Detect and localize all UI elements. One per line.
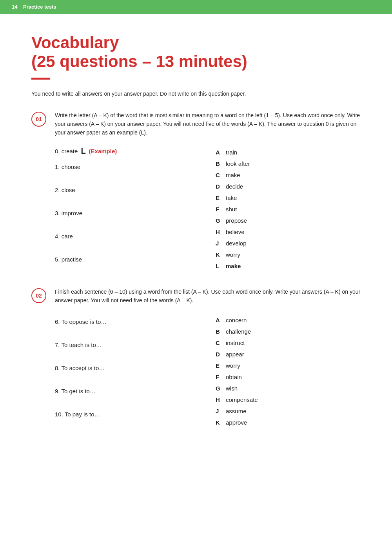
q1-answer-L: L make xyxy=(216,260,361,272)
q2-left-col: 6. To oppose is to… 7. To teach is to… 8… xyxy=(55,314,208,428)
q1-badge: 01 xyxy=(31,112,46,127)
q2-table: 6. To oppose is to… 7. To teach is to… 8… xyxy=(55,314,361,428)
question-02-block: 02 Finish each sentence (6 – 10) using a… xyxy=(31,287,361,428)
q2-word-10: 10. To pay is to… xyxy=(55,407,200,421)
q2-badge: 02 xyxy=(31,288,46,303)
q1-answer-C: C make xyxy=(216,169,361,181)
q1-answer-H: H believe xyxy=(216,226,361,238)
q1-word-5: 5. practise xyxy=(55,252,200,267)
q2-answer-B: B challenge xyxy=(216,326,361,337)
q1-left-col: 0. create L (Example) 1. choose 2. close… xyxy=(55,147,208,272)
q1-word-4: 4. care xyxy=(55,229,200,243)
q2-answer-C: C instruct xyxy=(216,337,361,349)
page-title: Vocabulary (25 questions – 13 minutes) xyxy=(31,33,361,71)
q2-answer-J: J assume xyxy=(216,405,361,417)
q2-answer-K: K approve xyxy=(216,417,361,428)
q1-table: 0. create L (Example) 1. choose 2. close… xyxy=(55,147,361,272)
q1-answer-K: K worry xyxy=(216,249,361,260)
q2-instruction: Finish each sentence (6 – 10) using a wo… xyxy=(55,287,361,305)
q1-answer-J: J develop xyxy=(216,238,361,249)
q2-content: Finish each sentence (6 – 10) using a wo… xyxy=(55,287,361,428)
q1-answer-F: F shut xyxy=(216,203,361,215)
q2-word-6: 6. To oppose is to… xyxy=(55,314,200,329)
q1-example-row: 0. create L (Example) xyxy=(55,147,200,160)
q1-content: Write the letter (A – K) of the word tha… xyxy=(55,111,361,272)
q1-answer-B: B look after xyxy=(216,158,361,169)
q1-instruction: Write the letter (A – K) of the word tha… xyxy=(55,111,361,137)
q2-answer-E: E worry xyxy=(216,360,361,371)
page-content: Vocabulary (25 questions – 13 minutes) Y… xyxy=(0,14,392,467)
q2-word-9: 9. To get is to… xyxy=(55,384,200,398)
q1-answer-G: G propose xyxy=(216,215,361,226)
q2-answer-G: G wish xyxy=(216,383,361,394)
q2-answer-D: D appear xyxy=(216,349,361,360)
q2-word-7: 7. To teach is to… xyxy=(55,338,200,352)
section-label: Practice tests xyxy=(23,4,56,10)
q1-word-3: 3. improve xyxy=(55,206,200,220)
q2-answer-A: A concern xyxy=(216,314,361,326)
q1-answer-A: A train xyxy=(216,147,361,158)
q2-answer-F: F obtain xyxy=(216,371,361,383)
title-underline xyxy=(31,78,50,80)
q1-word-2: 2. close xyxy=(55,183,200,197)
q1-right-col: A train B look after C make D decide xyxy=(208,147,361,272)
top-bar: 14 Practice tests xyxy=(0,0,392,14)
q2-word-8: 8. To accept is to… xyxy=(55,361,200,375)
question-01-block: 01 Write the letter (A – K) of the word … xyxy=(31,111,361,272)
q1-word-1: 1. choose xyxy=(55,160,200,174)
page-number: 14 xyxy=(12,4,17,10)
instructions-text: You need to write all answers on your an… xyxy=(31,91,361,97)
q2-answer-H: H compensate xyxy=(216,394,361,405)
q1-answer-E: E take xyxy=(216,192,361,203)
q1-answer-D: D decide xyxy=(216,181,361,192)
q2-right-col: A concern B challenge C instruct D appea… xyxy=(208,314,361,428)
